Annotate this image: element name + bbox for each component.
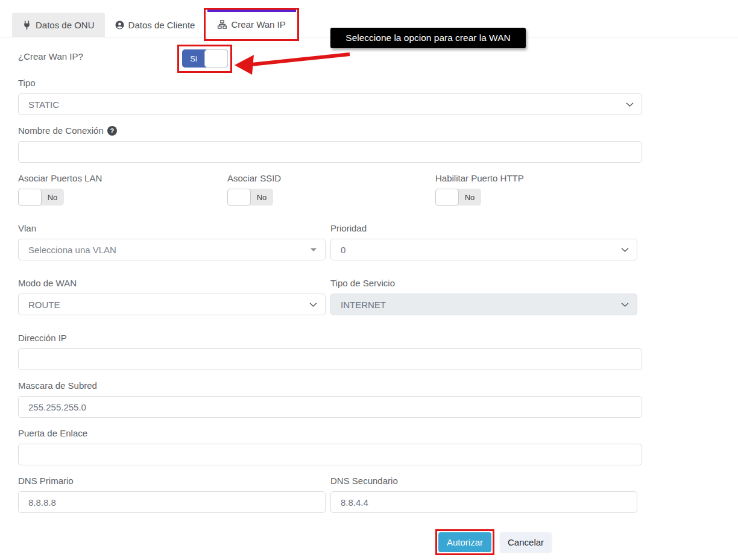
- dns-primario-label: DNS Primario: [18, 476, 326, 486]
- puerta-enlace-input[interactable]: [18, 444, 642, 465]
- sitemap-icon: [218, 20, 227, 29]
- tab-datos-de-onu[interactable]: Datos de ONU: [12, 13, 105, 37]
- direccion-ip-field: Dirección IP: [18, 333, 642, 370]
- direccion-ip-input[interactable]: [18, 348, 642, 370]
- vlan-label: Vlan: [18, 224, 326, 233]
- crear-wan-toggle[interactable]: Si: [182, 49, 228, 68]
- tab-bar: Datos de ONU Datos de Cliente Crear Wan …: [0, 13, 738, 37]
- tab-datos-de-cliente[interactable]: Datos de Cliente: [105, 13, 206, 37]
- tipo-servicio-select: INTERNET: [330, 294, 637, 315]
- prioridad-field: Prioridad 0: [330, 224, 637, 260]
- asociar-puertos-lan-label: Asociar Puertos LAN: [18, 174, 227, 183]
- tipo-servicio-field: Tipo de Servicio INTERNET: [330, 278, 637, 315]
- user-circle-icon: [115, 20, 124, 30]
- toggle-on-label: Si: [182, 49, 205, 68]
- autorizar-button[interactable]: Autorizar: [438, 532, 491, 552]
- prioridad-select[interactable]: 0: [330, 239, 637, 260]
- dns-secundario-input[interactable]: [330, 491, 637, 513]
- asociar-ssid-label: Asociar SSID: [227, 174, 435, 183]
- puerta-enlace-field: Puerta de Enlace: [18, 429, 642, 465]
- toggle-knob: [18, 189, 42, 206]
- asociar-puertos-lan-field: Asociar Puertos LAN No: [18, 174, 227, 206]
- mascara-subred-label: Mascara de Subred: [18, 381, 642, 391]
- toggle-knob: [227, 189, 251, 206]
- toggle-off-label: No: [250, 189, 273, 206]
- modo-wan-field: Modo de WAN ROUTE: [18, 278, 326, 315]
- chevron-down-icon: [309, 303, 317, 307]
- habilitar-puerto-http-field: Habilitar Puerto HTTP No: [435, 174, 642, 206]
- nombre-conexion-field: Nombre de Conexión ?: [18, 126, 642, 163]
- toggle-off-label: No: [41, 189, 64, 206]
- modo-wan-select-value: ROUTE: [28, 300, 60, 310]
- chevron-down-icon: [626, 102, 634, 107]
- chevron-down-icon: [621, 248, 629, 253]
- habilitar-puerto-http-toggle[interactable]: No: [435, 189, 481, 206]
- dns-primario-field: DNS Primario: [18, 476, 326, 513]
- annotation-highlight-box: Autorizar: [435, 529, 494, 555]
- cancelar-button[interactable]: Cancelar: [500, 532, 552, 552]
- puerta-enlace-label: Puerta de Enlace: [18, 429, 642, 438]
- tipo-select-value: STATIC: [28, 99, 59, 110]
- crear-wan-row: ¿Crear Wan IP? Si: [18, 49, 642, 68]
- mascara-subred-field: Mascara de Subred: [18, 381, 642, 418]
- prioridad-select-value: 0: [341, 245, 345, 255]
- tab-label: Datos de Cliente: [128, 20, 195, 30]
- vlan-field: Vlan Selecciona una VLAN: [18, 224, 326, 260]
- toggle-off-label: No: [458, 189, 481, 206]
- nombre-conexion-label: Nombre de Conexión: [18, 126, 104, 136]
- asociar-ssid-toggle[interactable]: No: [227, 189, 273, 206]
- modo-wan-select[interactable]: ROUTE: [18, 294, 326, 315]
- vlan-prioridad-row: Vlan Selecciona una VLAN Prioridad 0: [18, 224, 642, 260]
- crear-wan-label: ¿Crear Wan IP?: [18, 49, 182, 61]
- vlan-select[interactable]: Selecciona una VLAN: [18, 239, 326, 260]
- dropdown-arrow-icon: [311, 248, 317, 251]
- modo-wan-label: Modo de WAN: [18, 278, 326, 288]
- question-circle-icon[interactable]: ?: [107, 126, 117, 136]
- tab-label: Crear Wan IP: [231, 19, 285, 30]
- dns-secundario-label: DNS Secundario: [330, 476, 637, 486]
- habilitar-puerto-http-label: Habilitar Puerto HTTP: [435, 174, 642, 183]
- direccion-ip-label: Dirección IP: [18, 333, 642, 343]
- tipo-servicio-label: Tipo de Servicio: [330, 278, 637, 288]
- tab-crear-wan-ip[interactable]: Crear Wan IP: [207, 10, 295, 37]
- toggles-row: Asociar Puertos LAN No Asociar SSID No H…: [18, 174, 642, 206]
- modo-servicio-row: Modo de WAN ROUTE Tipo de Servicio INTER…: [18, 278, 642, 315]
- prioridad-label: Prioridad: [330, 224, 637, 233]
- form-actions: Autorizar Cancelar: [435, 529, 642, 555]
- tab-label: Datos de ONU: [36, 20, 95, 30]
- tipo-servicio-select-value: INTERNET: [341, 300, 386, 310]
- plug-icon: [22, 20, 31, 30]
- asociar-ssid-field: Asociar SSID No: [227, 174, 435, 206]
- dns-secundario-field: DNS Secundario: [330, 476, 637, 513]
- nombre-conexion-input[interactable]: [18, 141, 642, 163]
- tipo-field: Tipo STATIC: [18, 78, 642, 115]
- chevron-down-icon: [621, 303, 629, 307]
- toggle-knob: [204, 49, 228, 68]
- dns-row: DNS Primario DNS Secundario: [18, 476, 642, 513]
- toggle-knob: [435, 189, 459, 206]
- tipo-label: Tipo: [18, 78, 642, 88]
- crear-wan-ip-form: ¿Crear Wan IP? Si Tipo STATIC Nombre de …: [18, 49, 642, 555]
- asociar-puertos-lan-toggle[interactable]: No: [18, 189, 64, 206]
- dns-primario-input[interactable]: [18, 491, 326, 513]
- tipo-select[interactable]: STATIC: [18, 93, 642, 115]
- mascara-subred-input[interactable]: [18, 396, 642, 418]
- vlan-select-placeholder: Selecciona una VLAN: [28, 245, 116, 255]
